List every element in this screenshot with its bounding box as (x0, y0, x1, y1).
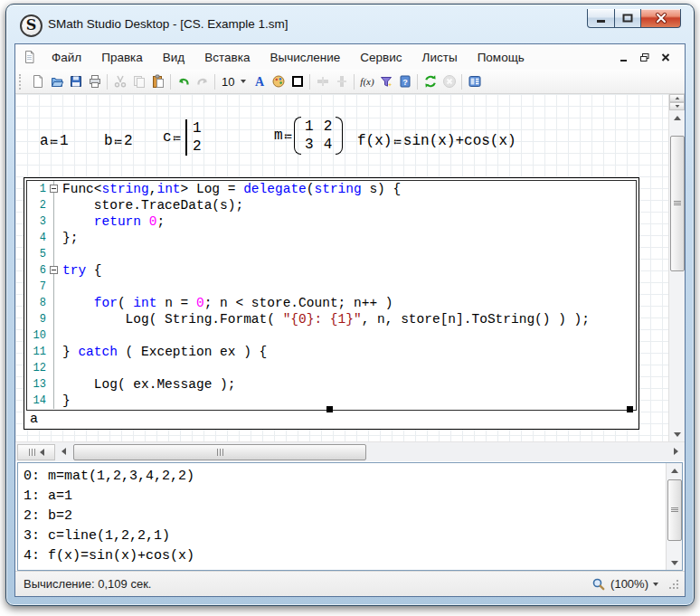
svg-text:f(x): f(x) (360, 76, 374, 88)
code-line[interactable]: 3 return 0; (27, 213, 636, 230)
undo-button[interactable] (174, 72, 193, 90)
help-book-button[interactable]: ? (395, 72, 414, 90)
math-value: 2 (124, 133, 133, 149)
code-line[interactable]: 9 Log( String.Format( "{0}: {1}", n, sto… (27, 311, 636, 327)
zoom-control[interactable]: (100%) (591, 577, 679, 592)
vertical-scroll-thumb[interactable] (670, 136, 685, 271)
menu-item-sheets[interactable]: Листы (412, 47, 468, 68)
show-panels-button[interactable] (465, 72, 484, 90)
new-document-button[interactable] (28, 72, 47, 90)
line-number: 11 (27, 344, 54, 360)
code-region[interactable]: 1Func<string,int> Log = delegate(string … (24, 177, 639, 430)
horizontal-scroll-thumb[interactable] (73, 444, 366, 460)
code-text (54, 279, 62, 295)
maximize-button[interactable] (615, 9, 640, 28)
fold-marker-icon[interactable] (50, 185, 58, 193)
mdi-close-button[interactable] (661, 52, 670, 62)
code-line[interactable]: 11} catch ( Exception ex ) { (27, 344, 636, 360)
mdi-minimize-button[interactable] (620, 52, 629, 62)
code-line[interactable]: 5 (27, 246, 636, 262)
output-scroll-thumb[interactable] (667, 479, 682, 541)
matrix-cell: 3 (305, 136, 314, 154)
math-name: b (104, 133, 113, 149)
save-button[interactable] (66, 72, 85, 90)
minimize-button[interactable] (587, 9, 615, 28)
code-line[interactable]: 12 (27, 360, 636, 376)
code-text (54, 327, 62, 344)
splitter-down-icon (675, 105, 679, 108)
math-region-a[interactable]: a≔1 (40, 133, 69, 149)
math-region-m[interactable]: m≔ 1 2 3 4 (274, 117, 343, 155)
menu-item-calculation[interactable]: Вычисление (260, 47, 350, 68)
scroll-down-button[interactable] (669, 427, 685, 441)
fold-marker-icon[interactable] (50, 266, 58, 274)
output-scroll-down-button[interactable] (667, 555, 682, 570)
code-line[interactable]: 8 for( int n = 0; n < store.Count; n++ ) (27, 295, 636, 311)
menu-item-help[interactable]: Помощь (468, 47, 534, 68)
code-output-variable[interactable]: a (30, 412, 38, 427)
menu-item-file[interactable]: Файл (42, 47, 91, 68)
arrow-right-icon (674, 448, 678, 455)
palette-button[interactable] (269, 72, 288, 90)
menu-item-tools[interactable]: Сервис (350, 47, 411, 68)
code-line[interactable]: 10 (27, 327, 636, 344)
mdi-restore-button[interactable] (639, 52, 650, 62)
menu-bar: ФайлПравкаВидВставкаВычислениеСервисЛист… (15, 44, 685, 70)
code-text (54, 246, 62, 262)
resize-grip[interactable] (668, 579, 679, 590)
paste-button[interactable] (148, 72, 167, 90)
output-scroll-up-button[interactable] (667, 463, 682, 478)
menu-item-edit[interactable]: Правка (91, 47, 153, 68)
assign-operator: ≔ (49, 134, 60, 148)
output-panel[interactable]: 0: m=mat(1,2,3,4,2,2)1: a=12: b=23: c=li… (17, 462, 683, 571)
recalculate-button[interactable] (421, 72, 440, 90)
matrix-cell: 2 (324, 118, 333, 136)
code-line[interactable]: 13 Log( ex.Message ); (27, 376, 636, 393)
horizontal-splitter[interactable] (17, 444, 55, 460)
align-horizontal-icon (316, 74, 330, 89)
svg-text:A: A (255, 75, 265, 89)
matrix-cell: 4 (324, 136, 333, 154)
font-size-select[interactable]: 10 (218, 75, 250, 89)
zoom-dropdown-icon[interactable] (653, 583, 658, 586)
scroll-splitter-up[interactable] (669, 94, 685, 102)
scroll-left-button[interactable] (57, 444, 71, 459)
cut-icon (113, 74, 128, 89)
toolbar-separator (214, 74, 215, 90)
copy-button (129, 72, 148, 90)
scroll-right-button[interactable] (669, 444, 683, 459)
font-size-value: 10 (222, 75, 234, 89)
code-line[interactable]: 6try { (27, 262, 636, 279)
menu-item-insert[interactable]: Вставка (194, 47, 260, 68)
resize-handle-corner[interactable] (627, 406, 633, 412)
math-region-b[interactable]: b≔2 (104, 133, 133, 149)
code-editor[interactable]: 1Func<string,int> Log = delegate(string … (26, 180, 637, 411)
code-line[interactable]: 7 (27, 279, 636, 295)
resize-handle-bottom[interactable] (326, 406, 333, 412)
code-line[interactable]: 2 store.TraceData(s); (27, 197, 636, 213)
open-document-icon (50, 74, 64, 89)
scroll-splitter-down[interactable] (669, 102, 685, 110)
open-document-button[interactable] (47, 72, 66, 90)
palette-icon (271, 74, 286, 89)
code-text: return 0; (54, 213, 165, 230)
document-icon (23, 50, 36, 64)
toolbar-grip[interactable] (19, 74, 24, 90)
font-size-dropdown-icon[interactable] (241, 80, 246, 83)
print-button[interactable] (85, 72, 104, 90)
border-button[interactable] (288, 72, 307, 90)
math-region-c[interactable]: c≔ 1 2 (163, 119, 202, 156)
code-line[interactable]: 1Func<string,int> Log = delegate(string … (27, 181, 636, 197)
code-text: }; (54, 230, 78, 246)
function-fx-button[interactable]: f(x) (357, 72, 376, 90)
menu-item-view[interactable]: Вид (153, 47, 194, 68)
code-line[interactable]: 4}; (27, 230, 636, 246)
math-region-f[interactable]: f(x)≔sin(x)+cos(x) (357, 133, 516, 149)
toolbar-separator (170, 74, 171, 90)
close-button[interactable] (640, 9, 681, 28)
filter-funnel-button[interactable] (376, 72, 395, 90)
font-color-button[interactable]: A (250, 72, 269, 90)
scroll-up-button[interactable] (669, 110, 685, 125)
align-vertical-icon (335, 74, 349, 89)
worksheet[interactable]: a≔1 b≔2 c≔ 1 2 m≔ 1 2 (15, 94, 685, 441)
